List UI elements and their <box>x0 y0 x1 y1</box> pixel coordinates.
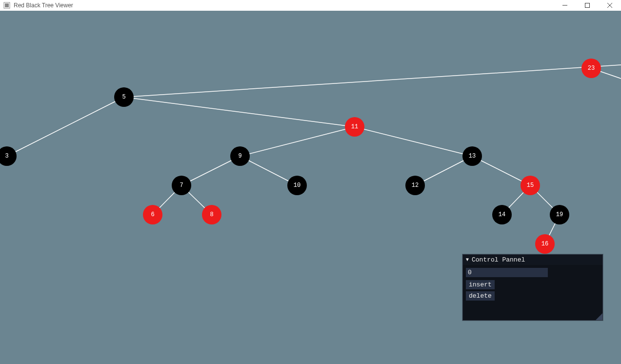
control-panel-body: insert delete <box>463 265 602 320</box>
tree-node[interactable]: 3 <box>0 146 17 166</box>
svg-rect-1 <box>5 3 9 7</box>
close-button[interactable] <box>599 0 621 11</box>
panel-resize-handle[interactable] <box>596 313 602 320</box>
tree-node[interactable]: 7 <box>172 176 191 195</box>
svg-rect-3 <box>585 3 590 8</box>
tree-canvas[interactable]: 531191371012156814191623 ▼ Control Panne… <box>0 11 621 364</box>
tree-node[interactable]: 11 <box>345 117 364 137</box>
tree-node[interactable]: 14 <box>492 205 512 224</box>
tree-node[interactable]: 23 <box>581 59 601 78</box>
control-panel-header[interactable]: ▼ Control Pannel <box>463 255 602 265</box>
value-input[interactable] <box>466 268 548 277</box>
control-panel-title: Control Pannel <box>472 256 525 263</box>
control-panel[interactable]: ▼ Control Pannel insert delete <box>462 254 603 321</box>
collapse-icon[interactable]: ▼ <box>466 258 469 263</box>
tree-node[interactable]: 13 <box>462 146 482 166</box>
tree-node[interactable]: 9 <box>230 146 250 166</box>
tree-node[interactable]: 16 <box>535 234 555 254</box>
tree-node[interactable]: 5 <box>114 87 134 107</box>
tree-node[interactable]: 19 <box>550 205 569 224</box>
window-titlebar: Red Black Tree Viewer <box>0 0 621 11</box>
maximize-button[interactable] <box>576 0 599 11</box>
minimize-button[interactable] <box>554 0 576 11</box>
insert-button[interactable]: insert <box>466 280 495 289</box>
tree-edge <box>124 65 621 97</box>
tree-node[interactable]: 15 <box>521 176 540 195</box>
tree-node[interactable]: 10 <box>287 176 307 195</box>
tree-edge <box>240 127 355 156</box>
tree-node[interactable]: 8 <box>202 205 221 224</box>
tree-edge <box>124 97 355 127</box>
delete-button[interactable]: delete <box>466 291 495 301</box>
tree-edge <box>7 97 124 156</box>
window-title: Red Black Tree Viewer <box>14 2 73 9</box>
tree-edge <box>355 127 472 156</box>
tree-node[interactable]: 12 <box>405 176 425 195</box>
tree-node[interactable]: 6 <box>143 205 162 224</box>
app-icon <box>3 1 11 9</box>
